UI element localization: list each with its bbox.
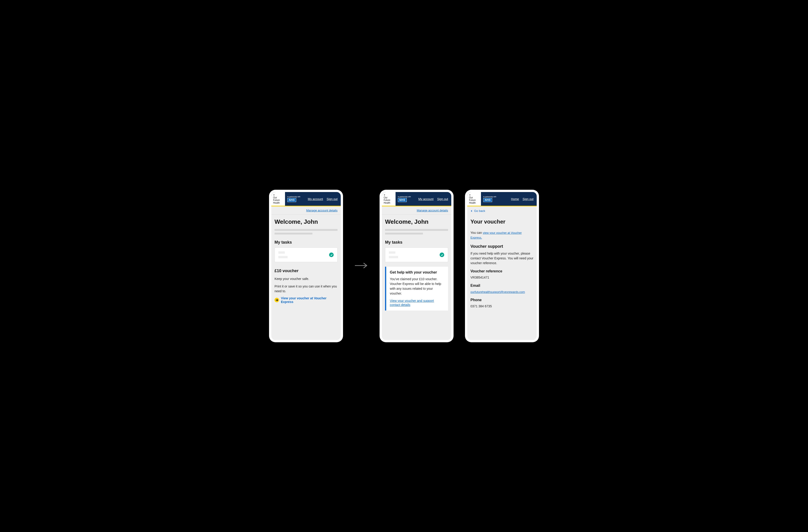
phone-value: 0371 384 6735	[471, 304, 533, 309]
go-back-link[interactable]: Go back	[467, 206, 537, 213]
logo-plus-icon: +	[384, 194, 394, 196]
skeleton-bar	[278, 251, 285, 254]
brand-logo: + Our Future Health	[271, 192, 285, 206]
manage-account-row: Manage account details	[271, 206, 341, 215]
header-right: In partnership with NHS My account Sign …	[285, 192, 341, 206]
brand-logo: + Our Future Health	[467, 192, 481, 206]
phone-mockup-1: + Our Future Health In partnership with …	[269, 190, 343, 342]
voucher-body-1: Keep your voucher safe.	[275, 276, 337, 281]
voucher-cta-link[interactable]: View your voucher at Voucher Express	[281, 296, 337, 304]
manage-account-link[interactable]: Manage account details	[306, 209, 337, 212]
phone-screen-3: + Our Future Health In partnership with …	[467, 192, 537, 340]
check-circle-icon	[329, 253, 334, 257]
my-tasks-heading: My tasks	[275, 240, 337, 245]
sign-out-link[interactable]: Sign out	[437, 197, 448, 201]
transition-arrow-icon	[354, 262, 368, 270]
voucher-support-body: If you need help with your voucher, plea…	[471, 251, 533, 265]
nhs-partnership: In partnership with NHS	[287, 196, 300, 202]
intro-text: You can view your voucher at Voucher Exp…	[471, 231, 533, 240]
welcome-heading: Welcome, John	[275, 218, 337, 225]
nhs-badge: NHS	[398, 198, 407, 202]
app-header: + Our Future Health In partnership with …	[271, 192, 341, 206]
task-card[interactable]	[275, 247, 337, 262]
partnership-label: In partnership with	[483, 196, 496, 198]
logo-text: Our Future Health	[384, 196, 394, 204]
nav-links: My account Sign out	[308, 197, 337, 201]
sign-out-link[interactable]: Sign out	[327, 197, 337, 201]
app-header: + Our Future Health In partnership with …	[467, 192, 537, 206]
header-right: In partnership with NHS Home Sign out	[481, 192, 537, 206]
content-area: Manage account details Welcome, John My …	[382, 206, 451, 340]
sign-out-link[interactable]: Sign out	[522, 197, 533, 201]
intro-prefix: You can	[471, 231, 483, 235]
help-panel-body: You've claimed your £10 voucher. Voucher…	[390, 277, 444, 296]
chevron-left-icon	[471, 210, 473, 212]
skeleton-bar	[275, 233, 312, 235]
logo-plus-icon: +	[273, 194, 283, 196]
voucher-reference-heading: Voucher reference	[471, 269, 533, 273]
phone-mockup-3: + Our Future Health In partnership with …	[465, 190, 539, 342]
nhs-badge: NHS	[287, 198, 296, 202]
manage-account-row: Manage account details	[382, 206, 451, 215]
my-account-link[interactable]: My account	[418, 197, 434, 201]
arrow-right-icon	[275, 298, 279, 302]
voucher-support-heading: Voucher support	[471, 244, 533, 249]
skeleton-bar	[389, 251, 395, 254]
content-area: Go back Your voucher You can view your v…	[467, 206, 537, 340]
manage-account-link[interactable]: Manage account details	[417, 209, 448, 212]
page-title: Your voucher	[471, 219, 533, 225]
voucher-cta[interactable]: View your voucher at Voucher Express	[275, 296, 337, 304]
phone-screen-2: + Our Future Health In partnership with …	[382, 192, 451, 340]
skeleton-bar	[385, 233, 423, 235]
go-back-text: Go back	[474, 209, 485, 213]
home-link[interactable]: Home	[511, 197, 519, 201]
email-heading: Email	[471, 283, 533, 288]
skeleton-bar	[389, 256, 398, 258]
voucher-heading: £10 voucher	[275, 269, 337, 273]
help-panel-link[interactable]: View your voucher and support contact de…	[390, 299, 434, 307]
phone-heading: Phone	[471, 298, 533, 302]
logo-text: Our Future Health	[469, 196, 479, 204]
my-tasks-heading: My tasks	[385, 240, 448, 245]
nav-links: Home Sign out	[511, 197, 533, 201]
header-right: In partnership with NHS My account Sign …	[396, 192, 451, 206]
skeleton-bar	[385, 229, 448, 231]
skeleton-bar	[275, 229, 337, 231]
logo-plus-icon: +	[469, 194, 479, 196]
task-card[interactable]	[385, 247, 448, 262]
task-skeleton	[278, 251, 288, 258]
my-account-link[interactable]: My account	[308, 197, 323, 201]
help-panel-title: Get help with your voucher	[390, 270, 444, 274]
task-skeleton	[389, 251, 398, 258]
skeleton-bar	[278, 256, 288, 258]
welcome-heading: Welcome, John	[385, 218, 448, 225]
nhs-partnership: In partnership with NHS	[398, 196, 411, 202]
app-header: + Our Future Health In partnership with …	[382, 192, 451, 206]
logo-text: Our Future Health	[273, 196, 283, 204]
check-circle-icon	[440, 253, 444, 257]
phone-screen-1: + Our Future Health In partnership with …	[271, 192, 341, 340]
help-panel: Get help with your voucher You've claime…	[385, 267, 448, 311]
nhs-partnership: In partnership with NHS	[483, 196, 496, 202]
partnership-label: In partnership with	[287, 196, 300, 198]
phone-mockup-2: + Our Future Health In partnership with …	[380, 190, 454, 342]
brand-logo: + Our Future Health	[382, 192, 396, 206]
nhs-badge: NHS	[483, 198, 492, 202]
voucher-body-2: Print it or save it so you can use it wh…	[275, 284, 337, 294]
voucher-reference-value: VR38541471	[471, 275, 533, 280]
nav-links: My account Sign out	[418, 197, 448, 201]
support-email-link[interactable]: ourfuturehealthsupport@vexrewards.com	[471, 290, 525, 294]
content-area: Manage account details Welcome, John My …	[271, 206, 341, 340]
partnership-label: In partnership with	[398, 196, 411, 198]
